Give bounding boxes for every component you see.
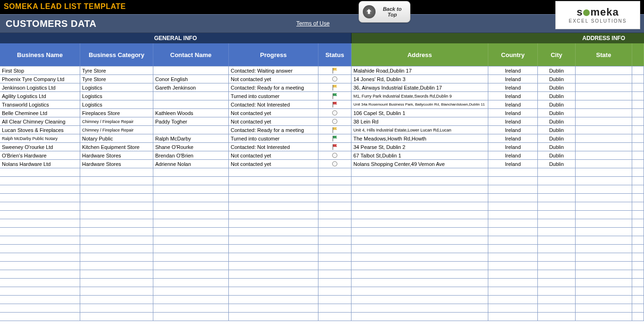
table-row[interactable]: [0, 185, 644, 194]
cell-progress[interactable]: Contacted: Ready for a meeting: [229, 126, 318, 134]
cell-address[interactable]: M1, Furry Park Industrial Estate,Swords …: [351, 92, 488, 100]
cell-progress[interactable]: Contacted: Waiting answer: [229, 66, 318, 75]
cell-progress[interactable]: Not contacted yet: [229, 151, 318, 160]
cell-progress[interactable]: [229, 168, 318, 177]
table-row[interactable]: [0, 245, 644, 253]
cell-country[interactable]: Ireland: [488, 100, 538, 109]
cell-city[interactable]: Dublin: [538, 117, 576, 126]
cell-contact[interactable]: [153, 219, 229, 228]
cell-category[interactable]: [80, 228, 153, 236]
cell-status[interactable]: [318, 287, 351, 296]
table-row[interactable]: [0, 253, 644, 262]
cell-contact[interactable]: Brendan O'Brien: [153, 151, 229, 160]
cell-status[interactable]: [318, 66, 351, 75]
cell-name[interactable]: Jenkinson Logistics Ltd: [0, 83, 80, 92]
terms-link[interactable]: Terms of Use: [296, 20, 330, 27]
table-row[interactable]: Agility Logistics LtdLogisticsTurned int…: [0, 92, 644, 100]
cell-country[interactable]: Ireland: [488, 143, 538, 151]
table-row[interactable]: [0, 287, 644, 296]
cell-progress[interactable]: [229, 219, 318, 228]
cell-category[interactable]: Chimney / Fireplace Repair: [80, 126, 153, 134]
cell-contact[interactable]: [153, 202, 229, 211]
cell-contact[interactable]: Ralph McDarby: [153, 134, 229, 143]
cell-city[interactable]: Dublin: [538, 83, 576, 92]
cell-address[interactable]: [351, 245, 488, 253]
cell-state[interactable]: [576, 100, 632, 109]
cell-status[interactable]: [318, 168, 351, 177]
cell-category[interactable]: Logistics: [80, 100, 153, 109]
cell-status[interactable]: [318, 109, 351, 117]
cell-state[interactable]: [576, 109, 632, 117]
cell-state[interactable]: [576, 287, 632, 296]
cell-state[interactable]: [576, 151, 632, 160]
cell-address[interactable]: [351, 304, 488, 313]
cell-address[interactable]: [351, 313, 488, 321]
cell-address[interactable]: [351, 262, 488, 270]
cell-country[interactable]: [488, 202, 538, 211]
cell-category[interactable]: Kitchen Equipment Store: [80, 143, 153, 151]
cell-state[interactable]: [576, 143, 632, 151]
cell-name[interactable]: [0, 219, 80, 228]
cell-country[interactable]: [488, 313, 538, 321]
cell-state[interactable]: [576, 168, 632, 177]
cell-name[interactable]: [0, 279, 80, 287]
table-row[interactable]: Phoenix Tyre Company LtdTyre StoreConor …: [0, 75, 644, 83]
cell-status[interactable]: [318, 279, 351, 287]
cell-state[interactable]: [576, 134, 632, 143]
cell-country[interactable]: [488, 279, 538, 287]
cell-name[interactable]: [0, 211, 80, 219]
cell-address[interactable]: [351, 202, 488, 211]
cell-name[interactable]: [0, 177, 80, 185]
cell-category[interactable]: Logistics: [80, 83, 153, 92]
cell-address[interactable]: [351, 211, 488, 219]
cell-contact[interactable]: [153, 92, 229, 100]
cell-category[interactable]: [80, 236, 153, 245]
cell-city[interactable]: Dublin: [538, 92, 576, 100]
cell-country[interactable]: Ireland: [488, 160, 538, 168]
cell-category[interactable]: [80, 202, 153, 211]
cell-state[interactable]: [576, 279, 632, 287]
cell-contact[interactable]: Paddy Togher: [153, 117, 229, 126]
cell-name[interactable]: Ralph McDarby Public Notary: [0, 134, 80, 143]
cell-progress[interactable]: [229, 262, 318, 270]
table-row[interactable]: Ralph McDarby Public NotaryNotary Public…: [0, 134, 644, 143]
cell-category[interactable]: Notary Public: [80, 134, 153, 143]
col-business-category[interactable]: Business Category: [80, 43, 153, 66]
cell-status[interactable]: [318, 143, 351, 151]
cell-country[interactable]: [488, 304, 538, 313]
cell-city[interactable]: Dublin: [538, 100, 576, 109]
cell-address[interactable]: Unit 34a Rosemount Business Park, Ballyc…: [351, 100, 488, 109]
cell-category[interactable]: [80, 296, 153, 304]
cell-progress[interactable]: [229, 228, 318, 236]
cell-state[interactable]: [576, 313, 632, 321]
cell-state[interactable]: [576, 296, 632, 304]
cell-category[interactable]: Hardware Stores: [80, 151, 153, 160]
cell-city[interactable]: [538, 296, 576, 304]
cell-progress[interactable]: [229, 279, 318, 287]
cell-status[interactable]: [318, 211, 351, 219]
cell-country[interactable]: [488, 211, 538, 219]
cell-state[interactable]: [576, 83, 632, 92]
cell-contact[interactable]: Shane O'Rourke: [153, 143, 229, 151]
table-row[interactable]: [0, 219, 644, 228]
cell-address[interactable]: Nolans Shopping Center,49 Vernon Ave: [351, 160, 488, 168]
cell-progress[interactable]: [229, 296, 318, 304]
cell-city[interactable]: [538, 236, 576, 245]
cell-city[interactable]: [538, 219, 576, 228]
col-contact-name[interactable]: Contact Name: [153, 43, 229, 66]
cell-progress[interactable]: [229, 194, 318, 202]
cell-state[interactable]: [576, 202, 632, 211]
cell-state[interactable]: [576, 177, 632, 185]
cell-city[interactable]: Dublin: [538, 75, 576, 83]
cell-status[interactable]: [318, 202, 351, 211]
cell-city[interactable]: [538, 262, 576, 270]
cell-contact[interactable]: [153, 177, 229, 185]
cell-progress[interactable]: [229, 287, 318, 296]
cell-progress[interactable]: [229, 185, 318, 194]
cell-city[interactable]: [538, 168, 576, 177]
cell-contact[interactable]: [153, 270, 229, 279]
cell-name[interactable]: All Clear Chimney Cleaning: [0, 117, 80, 126]
cell-status[interactable]: [318, 253, 351, 262]
cell-status[interactable]: [318, 160, 351, 168]
cell-name[interactable]: [0, 262, 80, 270]
